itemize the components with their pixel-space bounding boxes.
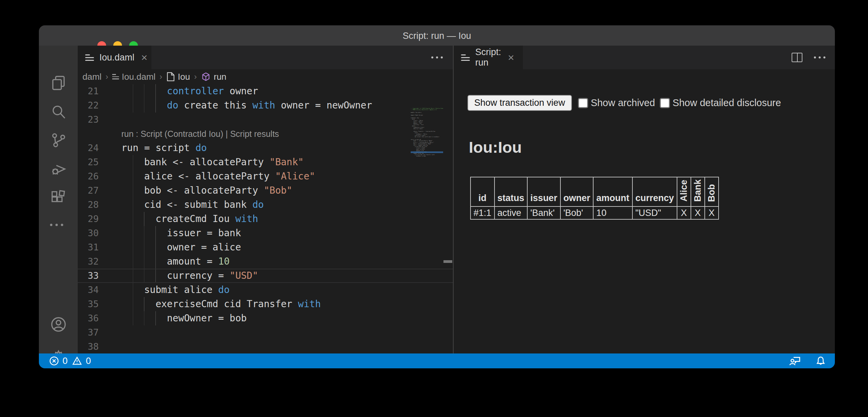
code-line-37[interactable]: 37 bbox=[78, 325, 453, 340]
code-line-21[interactable]: 21 controller owner bbox=[78, 84, 453, 98]
code-line-38[interactable]: 38 bbox=[78, 340, 453, 353]
codelens[interactable]: run : Script (ContractId Iou) | Script r… bbox=[78, 127, 453, 141]
indent-guide bbox=[144, 254, 144, 269]
search-icon[interactable] bbox=[50, 104, 67, 121]
code-line-29[interactable]: 29 createCmd Iou with bbox=[78, 212, 453, 226]
indent-guide bbox=[133, 183, 133, 198]
column-header-status: status bbox=[495, 177, 528, 206]
chevron-right-icon: › bbox=[193, 72, 197, 81]
line-number[interactable]: 24 bbox=[78, 141, 99, 155]
line-number[interactable]: 37 bbox=[78, 325, 99, 340]
account-icon[interactable] bbox=[50, 316, 67, 333]
line-number[interactable]: 30 bbox=[78, 226, 99, 240]
line-number[interactable]: 22 bbox=[78, 98, 99, 113]
code-line-34[interactable]: 34 submit alice do bbox=[78, 283, 453, 297]
more-actions-icon[interactable] bbox=[50, 216, 67, 233]
code-line-25[interactable]: 25 bank <- allocateParty "Bank" bbox=[78, 155, 453, 169]
script-result-icon bbox=[461, 54, 470, 61]
indent-guide bbox=[133, 198, 133, 212]
indent-guide bbox=[155, 84, 156, 98]
line-number[interactable]: 29 bbox=[78, 212, 99, 226]
tab-script-run[interactable]: Script: run × bbox=[454, 46, 523, 69]
breadcrumb-item-daml[interactable]: daml bbox=[82, 72, 101, 82]
indent-guide bbox=[133, 169, 133, 183]
indent-guide bbox=[155, 311, 156, 325]
notifications-bell-icon[interactable] bbox=[815, 355, 826, 366]
line-number[interactable]: 21 bbox=[78, 84, 99, 98]
code-line-32[interactable]: 32 amount = 10 bbox=[78, 254, 453, 269]
daml-file-icon bbox=[85, 54, 94, 61]
source-control-icon[interactable] bbox=[50, 132, 67, 149]
line-number[interactable]: 36 bbox=[78, 311, 99, 325]
line-content: alice <- allocateParty "Alice" bbox=[121, 169, 315, 183]
extensions-icon[interactable] bbox=[50, 189, 67, 206]
code-line-33[interactable]: 33 currency = "USD" bbox=[78, 269, 453, 283]
line-number[interactable]: 33 bbox=[78, 269, 99, 282]
contract-cell: active bbox=[495, 206, 528, 219]
file-icon bbox=[166, 72, 175, 82]
column-header-amount: amount bbox=[593, 177, 632, 206]
split-editor-icon[interactable] bbox=[792, 53, 802, 62]
daml-file-icon bbox=[112, 74, 119, 79]
line-content: owner = alice bbox=[121, 240, 241, 254]
code-line-26[interactable]: 26 alice <- allocateParty "Alice" bbox=[78, 169, 453, 183]
code-line-31[interactable]: 31 owner = alice bbox=[78, 240, 453, 254]
contract-table: idstatusissuerowneramountcurrencyAliceBa… bbox=[470, 177, 719, 220]
party-column-header-Alice: Alice bbox=[677, 177, 691, 206]
problems-errors[interactable]: 0 bbox=[49, 356, 68, 366]
code-line-24[interactable]: 24run = script do bbox=[78, 141, 453, 155]
indent-guide bbox=[133, 240, 133, 254]
breadcrumb-item-symbol[interactable]: run bbox=[201, 72, 226, 82]
indent-guide bbox=[133, 98, 133, 113]
editor-tab-bar: Iou.daml × bbox=[78, 46, 453, 69]
code-line-35[interactable]: 35 exerciseCmd cid Transfer with bbox=[78, 297, 453, 311]
tab-close-icon[interactable]: × bbox=[140, 52, 149, 63]
tab-close-icon[interactable]: × bbox=[507, 52, 516, 63]
editor-more-actions-icon[interactable] bbox=[431, 56, 443, 58]
overview-ruler[interactable] bbox=[443, 84, 453, 353]
code-line-28[interactable]: 28 cid <- submit bank do bbox=[78, 198, 453, 212]
problems-warnings[interactable]: 0 bbox=[72, 356, 91, 366]
code-line-36[interactable]: 36 newOwner = bob bbox=[78, 311, 453, 325]
line-number[interactable]: 35 bbox=[78, 297, 99, 311]
line-number[interactable]: 38 bbox=[78, 340, 99, 353]
witness-mark: X bbox=[705, 206, 719, 219]
line-number[interactable]: 23 bbox=[78, 113, 99, 127]
code-editor[interactable]: 21 controller owner22 do create this wit… bbox=[78, 84, 453, 353]
checkbox-show-detailed-disclosure[interactable] bbox=[660, 98, 670, 108]
line-number[interactable]: 28 bbox=[78, 198, 99, 212]
line-number[interactable]: 31 bbox=[78, 240, 99, 254]
checkbox-show-archived[interactable] bbox=[578, 98, 588, 108]
run-and-debug-icon[interactable] bbox=[50, 161, 67, 177]
contract-cell: 'Bank' bbox=[527, 206, 560, 219]
editor-more-actions-icon[interactable] bbox=[814, 56, 825, 58]
script-results-webview: Show transaction view Show archivedShow … bbox=[454, 69, 835, 353]
checkbox-label: Show archived bbox=[591, 97, 655, 108]
line-number[interactable]: 34 bbox=[78, 283, 99, 297]
feedback-icon[interactable] bbox=[789, 355, 801, 367]
tab-iou-daml[interactable]: Iou.daml × bbox=[78, 46, 151, 69]
contract-cell: #1:1 bbox=[471, 206, 495, 219]
breadcrumb-item-file[interactable]: Iou.daml bbox=[112, 72, 155, 82]
explorer-icon[interactable] bbox=[50, 75, 67, 92]
code-line-30[interactable]: 30 issuer = bank bbox=[78, 226, 453, 240]
minimap[interactable]: -- Copyright (c) 2023 Digital Asset (Swi… bbox=[411, 108, 443, 162]
line-content: do create this with owner = newOwner bbox=[121, 98, 372, 113]
cursor-position-marker bbox=[443, 260, 452, 263]
code-line-22[interactable]: 22 do create this with owner = newOwner bbox=[78, 98, 453, 113]
indent-guide bbox=[133, 212, 133, 226]
breadcrumb-item-module[interactable]: Iou bbox=[166, 72, 190, 82]
indent-guide bbox=[144, 240, 144, 254]
indent-guide bbox=[155, 240, 156, 254]
line-number[interactable]: 27 bbox=[78, 183, 99, 198]
code-line-27[interactable]: 27 bob <- allocateParty "Bob" bbox=[78, 183, 453, 198]
indent-guide bbox=[133, 155, 133, 169]
editor-group-left: Iou.daml × daml › Iou.daml › Iou › run bbox=[78, 46, 453, 353]
show-transaction-view-button[interactable]: Show transaction view bbox=[467, 95, 572, 111]
code-line-23[interactable]: 23 bbox=[78, 113, 453, 127]
title-bar: Script: run — Iou bbox=[39, 25, 835, 46]
line-number[interactable]: 32 bbox=[78, 254, 99, 269]
line-number[interactable]: 25 bbox=[78, 155, 99, 169]
tab-label: Script: run bbox=[475, 47, 501, 68]
line-number[interactable]: 26 bbox=[78, 169, 99, 183]
